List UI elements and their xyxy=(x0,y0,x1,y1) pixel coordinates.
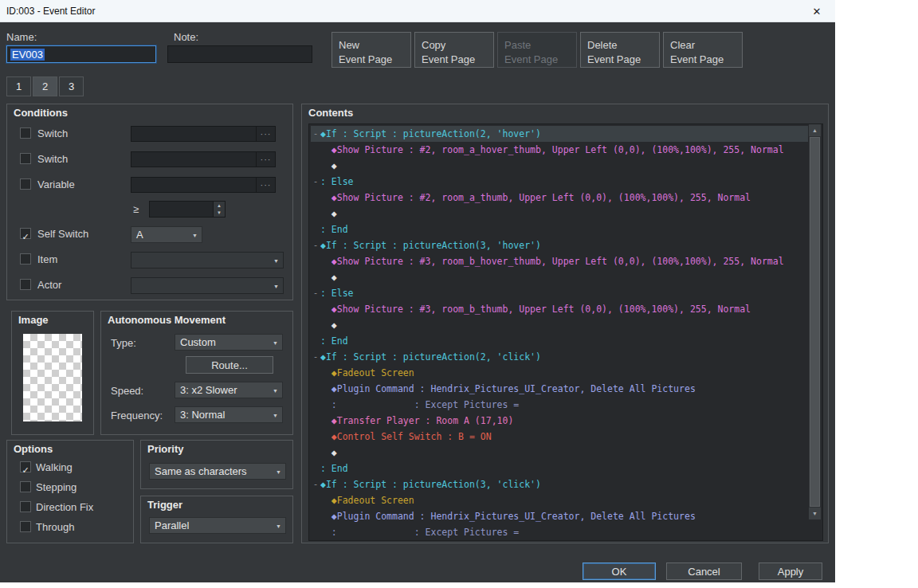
contents-scrollbar[interactable] xyxy=(809,124,821,519)
window-titlebar[interactable]: ID:003 - Event Editor xyxy=(0,0,835,22)
event-command-line[interactable]: : End xyxy=(311,333,808,349)
event-command-line[interactable]: ◆Fadeout Screen xyxy=(311,365,808,381)
tab-page-1[interactable]: 1 xyxy=(6,76,31,96)
collapse-indicator[interactable]: - xyxy=(311,476,320,492)
tab-page-3[interactable]: 3 xyxy=(59,76,84,96)
collapse-indicator[interactable] xyxy=(311,429,320,445)
collapse-indicator[interactable]: - xyxy=(311,349,320,365)
event-command-line[interactable]: ◆Show Picture : #2, room_a_hover_thumb, … xyxy=(311,142,808,158)
collapse-indicator[interactable]: - xyxy=(311,126,320,142)
collapse-indicator[interactable] xyxy=(311,397,320,413)
event-command-line[interactable]: : End xyxy=(311,461,808,476)
delete-event-page-button[interactable]: Delete Event Page xyxy=(580,32,660,68)
clear-event-page-button[interactable]: Clear Event Page xyxy=(663,32,743,68)
collapse-indicator[interactable] xyxy=(311,381,320,397)
collapse-indicator[interactable] xyxy=(311,269,320,285)
collapse-indicator[interactable] xyxy=(311,317,320,333)
actor-select[interactable] xyxy=(131,277,284,294)
event-command-line[interactable]: ◆ xyxy=(311,445,808,461)
collapse-indicator[interactable] xyxy=(311,190,320,206)
priority-select[interactable]: Same as characters xyxy=(149,463,286,480)
variable-amount-spinner[interactable] xyxy=(149,201,226,218)
collapse-indicator[interactable] xyxy=(311,508,320,524)
event-command-line[interactable]: - : Else xyxy=(311,285,808,301)
switch2-checkbox[interactable] xyxy=(20,153,31,164)
switch1-input[interactable]: ··· xyxy=(131,126,276,142)
variable-input[interactable]: ··· xyxy=(131,177,276,193)
scrollbar-thumb[interactable] xyxy=(810,137,820,507)
event-command-line[interactable]: ◆Transfer Player : Room A (17,10) xyxy=(311,413,808,429)
cancel-button[interactable]: Cancel xyxy=(666,563,742,580)
name-input[interactable]: EV003 xyxy=(6,45,156,63)
collapse-indicator[interactable] xyxy=(311,206,320,221)
collapse-indicator[interactable] xyxy=(311,365,320,381)
event-command-line[interactable]: - ◆If : Script : pictureAction(2, 'click… xyxy=(311,349,808,365)
self-switch-checkbox[interactable] xyxy=(20,228,31,239)
close-button[interactable] xyxy=(798,0,835,22)
trigger-select[interactable]: Parallel xyxy=(149,517,286,534)
direction-fix-checkbox[interactable] xyxy=(20,501,31,512)
copy-event-page-button[interactable]: Copy Event Page xyxy=(414,32,494,68)
event-command-line[interactable]: ◆ xyxy=(311,269,808,285)
item-select[interactable] xyxy=(131,252,284,269)
collapse-indicator[interactable] xyxy=(311,461,320,476)
switch2-input[interactable]: ··· xyxy=(131,151,276,167)
variable-more-button[interactable]: ··· xyxy=(256,178,275,192)
collapse-indicator[interactable] xyxy=(311,221,320,237)
event-command-line[interactable]: - ◆If : Script : pictureAction(3, 'hover… xyxy=(311,237,808,253)
tab-page-2[interactable]: 2 xyxy=(33,76,57,96)
spinner-down-icon[interactable] xyxy=(214,210,225,218)
event-command-line[interactable]: ◆ xyxy=(311,158,808,174)
event-command-line[interactable]: ◆Plugin Command : Hendrix_Pictures_UI_Cr… xyxy=(311,508,808,524)
event-command-line[interactable]: ◆ xyxy=(311,206,808,221)
scroll-down-icon[interactable] xyxy=(809,508,821,519)
scroll-up-icon[interactable] xyxy=(809,124,821,136)
event-command-line[interactable]: ◆Show Picture : #3, room_b_thumb, Upper … xyxy=(311,301,808,317)
movement-type-select[interactable]: Custom xyxy=(175,334,283,351)
event-command-line[interactable]: ◆Show Picture : #2, room_a_thumb, Upper … xyxy=(311,190,808,206)
event-command-line[interactable]: : End xyxy=(311,221,808,237)
collapse-indicator[interactable] xyxy=(311,158,320,174)
collapse-indicator[interactable]: - xyxy=(311,285,320,301)
ok-button[interactable]: OK xyxy=(583,563,656,580)
event-image-preview[interactable] xyxy=(23,334,82,421)
event-command-line[interactable]: ◆Plugin Command : Hendrix_Pictures_UI_Cr… xyxy=(311,381,808,397)
self-switch-select[interactable]: A xyxy=(131,226,202,243)
switch2-more-button[interactable]: ··· xyxy=(256,152,275,167)
item-checkbox[interactable] xyxy=(20,253,31,265)
event-command-list[interactable]: - ◆If : Script : pictureAction(2, 'hover… xyxy=(308,123,823,541)
event-command-line[interactable]: ◆Control Self Switch : B = ON xyxy=(311,429,808,445)
collapse-indicator[interactable] xyxy=(311,492,320,508)
walking-checkbox[interactable] xyxy=(20,461,31,472)
event-command-line[interactable]: : : Except Pictures = xyxy=(311,397,808,413)
actor-checkbox[interactable] xyxy=(20,279,31,290)
collapse-indicator[interactable] xyxy=(311,413,320,429)
collapse-indicator[interactable] xyxy=(311,142,320,158)
event-command-line[interactable]: : : Except Pictures = xyxy=(311,524,808,540)
collapse-indicator[interactable]: - xyxy=(311,174,320,190)
apply-button[interactable]: Apply xyxy=(759,563,822,580)
collapse-indicator[interactable] xyxy=(311,301,320,317)
event-command-line[interactable]: ◆Show Picture : #3, room_b_hover_thumb, … xyxy=(311,253,808,269)
stepping-checkbox[interactable] xyxy=(20,481,31,492)
event-command-line[interactable]: - : Else xyxy=(311,174,808,190)
switch1-more-button[interactable]: ··· xyxy=(256,127,275,141)
collapse-indicator[interactable] xyxy=(311,524,320,540)
event-command-line[interactable]: - ◆If : Script : pictureAction(3, 'click… xyxy=(311,476,808,492)
note-input[interactable] xyxy=(167,45,312,63)
collapse-indicator[interactable]: - xyxy=(311,237,320,253)
event-command-line[interactable]: - ◆If : Script : pictureAction(2, 'hover… xyxy=(311,126,808,142)
event-command-line[interactable]: ◆ xyxy=(311,317,808,333)
spinner-up-icon[interactable] xyxy=(214,202,225,210)
collapse-indicator[interactable] xyxy=(311,445,320,461)
new-event-page-button[interactable]: New Event Page xyxy=(332,32,411,68)
route-button[interactable]: Route... xyxy=(186,356,273,374)
collapse-indicator[interactable] xyxy=(311,333,320,349)
switch1-checkbox[interactable] xyxy=(20,127,31,139)
movement-frequency-select[interactable]: 3: Normal xyxy=(175,406,283,423)
movement-speed-select[interactable]: 3: x2 Slower xyxy=(175,382,283,398)
collapse-indicator[interactable] xyxy=(311,253,320,269)
through-checkbox[interactable] xyxy=(20,521,31,532)
variable-checkbox[interactable] xyxy=(20,178,31,190)
event-command-line[interactable]: ◆Fadeout Screen xyxy=(311,492,808,508)
